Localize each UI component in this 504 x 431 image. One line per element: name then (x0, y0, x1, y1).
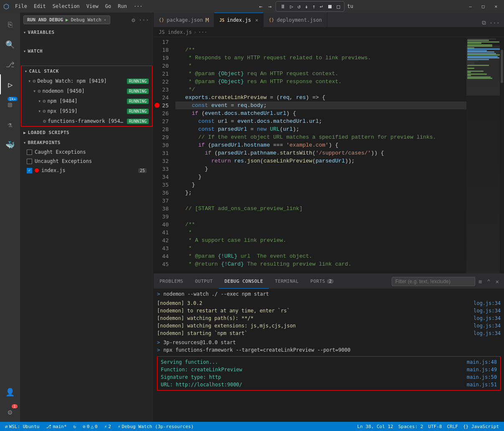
menu-file[interactable]: File (13, 3, 30, 10)
close-button[interactable]: ✕ (491, 3, 501, 10)
nav-back-button[interactable]: ← (258, 3, 264, 10)
console-ref-link[interactable]: log.js:34 (474, 314, 501, 322)
activity-extensions[interactable]: ⊞ 1k+ (0, 94, 20, 114)
activity-search[interactable]: 🔍 (0, 34, 20, 54)
uncaught-exceptions-item[interactable]: Uncaught Exceptions (20, 157, 153, 166)
main-js-ref-49[interactable]: main.js:49 (467, 366, 497, 373)
main-js-ref-48[interactable]: main.js:48 (467, 358, 497, 366)
more-actions-icon[interactable]: ··· (138, 16, 150, 24)
activity-explorer[interactable]: ⎘ (0, 14, 20, 34)
minimize-button[interactable]: — (466, 3, 475, 10)
gear-icon[interactable]: ⚙ (131, 16, 136, 24)
console-filter-input[interactable] (392, 277, 475, 286)
tab-package-json[interactable]: {} package.json M (154, 13, 214, 27)
nav-forward-button[interactable]: → (267, 3, 274, 10)
debug-pause-button[interactable]: ⏸ (279, 3, 287, 10)
minimap-line (467, 66, 469, 67)
code-editor[interactable]: /** * Responds to any HTTP request relat… (175, 37, 466, 274)
activity-source-control[interactable]: ⎇ (0, 54, 20, 74)
wsl-indicator[interactable]: ⇄ WSL: Ubuntu (3, 424, 41, 429)
console-ref-link[interactable]: log.js:34 (474, 299, 501, 307)
window-controls: — □ ✕ (466, 3, 501, 10)
tab-output[interactable]: OUTPUT (189, 274, 219, 289)
debug-step-over-button[interactable]: ↺ (296, 3, 302, 10)
activity-settings[interactable]: ⚙ 1 (0, 402, 20, 422)
language-mode[interactable]: {} JavaScript (461, 424, 501, 429)
errors-warnings[interactable]: ⊘ 0 △ 0 (81, 424, 99, 429)
account-icon: 👤 (5, 388, 15, 396)
tab-debug-console[interactable]: DEBUG CONSOLE (219, 274, 269, 289)
debug-layout-button[interactable]: □ (335, 3, 342, 10)
encoding[interactable]: UTF-8 (426, 424, 443, 429)
callstack-item[interactable]: ▾ ⚙ npm [9484] RUNNING (21, 96, 152, 106)
uncaught-exceptions-checkbox[interactable] (27, 159, 32, 164)
caught-exceptions-item[interactable]: Caught Exceptions (20, 147, 153, 157)
loaded-scripts-header[interactable]: ▶ LOADED SCRIPTS (20, 127, 153, 137)
panel-actions: ≡ ⌃ ✕ (388, 277, 504, 286)
indexjs-breakpoint-checkbox[interactable]: ✓ (27, 168, 32, 173)
menu-selection[interactable]: Selection (50, 3, 82, 10)
callstack-section-header[interactable]: ▾ CALL STACK (21, 66, 152, 76)
sync-indicator[interactable]: ↻ (72, 424, 78, 429)
breakpoints-section-header[interactable]: ▾ BREAKPOINTS (20, 137, 153, 147)
split-editor-icon[interactable]: ⧉ (481, 18, 487, 27)
tab-problems[interactable]: PROBLEMS (154, 274, 189, 289)
debug-step-out-button[interactable]: ↑ (311, 3, 317, 10)
main-js-ref-51[interactable]: main.js:51 (467, 381, 497, 388)
callstack-item[interactable]: ▾ ⚙ nodemon [9450] RUNNING (21, 86, 152, 96)
collapse-all-icon[interactable]: ⌃ (485, 277, 492, 286)
indexjs-breakpoint-item[interactable]: ✓ index.js 25 (20, 166, 153, 175)
console-yellow-text: [nodemon] watching extensions: js,mjs,cj… (157, 322, 296, 330)
run-and-debug-button[interactable]: RUN AND DEBUG ▶ Debug Watch ▾ (23, 15, 110, 24)
close-tab-icon[interactable]: ✕ (255, 17, 258, 23)
maximize-button[interactable]: □ (479, 3, 488, 10)
tab-indexjs[interactable]: JS index.js ✕ (214, 13, 263, 27)
line-endings[interactable]: CRLF (445, 424, 460, 429)
callstack-item-name: ▾ ⚙ nodemon [9450] (33, 88, 127, 94)
watch-section-header[interactable]: ▾ WATCH (20, 46, 153, 56)
filter-list-icon[interactable]: ≡ (477, 277, 484, 286)
menu-more[interactable]: ··· (131, 3, 145, 10)
activity-run-debug[interactable]: ▷ (0, 74, 20, 94)
debug-restart-button[interactable]: ↩ (318, 3, 325, 10)
cursor-position[interactable]: Ln 38, Col 12 (356, 424, 395, 429)
editor-scrollbar[interactable] (500, 37, 504, 274)
scrollbar-thumb[interactable] (501, 50, 503, 83)
console-content: > nodemon --watch ./ --exec npm start [n… (154, 289, 504, 422)
debug-continue-button[interactable]: ▷ (288, 3, 295, 10)
indent-size[interactable]: Spaces: 2 (397, 424, 425, 429)
callstack-item[interactable]: ▾ ⚙ Debug Watch: npm [9419] RUNNING (21, 76, 152, 86)
menu-view[interactable]: View (84, 3, 101, 10)
code-line-28: const parsedUrl = new URL(url); (175, 125, 466, 133)
branch-indicator[interactable]: ⎇ main* (44, 424, 68, 429)
code-line-17 (175, 38, 466, 46)
debug-step-into-button[interactable]: ↡ (303, 3, 310, 10)
tab-terminal[interactable]: TERMINAL (269, 274, 304, 289)
debug-ports[interactable]: ⚡ 2 (103, 424, 113, 429)
console-ref-link[interactable]: log.js:34 (474, 330, 501, 337)
callstack-section: ▾ CALL STACK ▾ ⚙ Debug Watch: npm [9419]… (21, 66, 152, 127)
callstack-item[interactable]: ▾ ⚙ npx [9519] RUNNING (21, 106, 152, 116)
menu-run[interactable]: Run (115, 3, 129, 10)
close-panel-icon[interactable]: ✕ (494, 277, 501, 286)
variables-section-header[interactable]: ▾ VARIABLES (20, 27, 153, 37)
error-icon: ⊘ (83, 424, 86, 429)
callstack-item[interactable]: ⚙ functions-framework [954… RUNNING (21, 116, 152, 126)
main-js-ref-50[interactable]: main.js:50 (467, 373, 497, 381)
debug-watch-status[interactable]: ⚡ Debug Watch (3p-resources) (116, 424, 195, 429)
gear-icon: ⚙ (38, 88, 41, 94)
more-actions-icon[interactable]: ··· (489, 19, 501, 27)
tab-ports[interactable]: PORTS 2 (304, 274, 339, 289)
breakpoints-label: BREAKPOINTS (28, 140, 61, 145)
menu-go[interactable]: Go (103, 3, 114, 10)
tab-deployment-json[interactable]: {} deployment.json (263, 13, 327, 27)
caught-exceptions-checkbox[interactable] (27, 150, 32, 155)
menu-edit[interactable]: Edit (31, 3, 48, 10)
activity-docker[interactable]: 🐳 (0, 134, 20, 155)
activity-testing[interactable]: ⚗ (0, 114, 20, 134)
console-ref-link[interactable]: log.js:34 (474, 322, 501, 330)
remote-icon: ⇄ (5, 424, 8, 429)
debug-stop-button[interactable]: ⏹ (326, 3, 334, 10)
console-ref-link[interactable]: log.js:34 (474, 307, 501, 314)
activity-account[interactable]: 👤 (0, 382, 20, 402)
